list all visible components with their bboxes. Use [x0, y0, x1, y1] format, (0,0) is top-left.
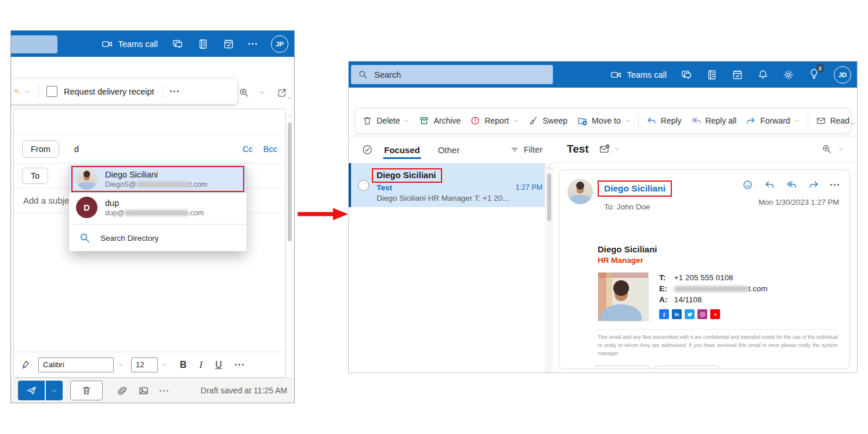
- divider: [638, 113, 639, 128]
- from-button[interactable]: From: [22, 140, 59, 158]
- more-options-icon[interactable]: [248, 43, 257, 45]
- scroll-up-icon[interactable]: [287, 113, 293, 119]
- delete-button[interactable]: Delete: [357, 115, 414, 126]
- notifications-bell-icon[interactable]: [757, 69, 769, 81]
- more-actions-icon[interactable]: [830, 184, 839, 186]
- from-input-value[interactable]: d: [74, 144, 79, 154]
- attach-file-icon[interactable]: [117, 385, 128, 396]
- sweep-broom-icon: [528, 115, 538, 126]
- draft-status: Draft saved at 11:25 AM: [201, 386, 287, 395]
- chevron-down-icon[interactable]: [117, 361, 124, 368]
- reply-button[interactable]: Reply: [595, 366, 650, 369]
- report-button[interactable]: Report: [465, 115, 523, 126]
- search-directory-item[interactable]: Search Directory: [69, 225, 247, 251]
- scrollbar-thumb[interactable]: [547, 173, 551, 221]
- twitter-icon[interactable]: [685, 309, 695, 319]
- formatting-toolbar: Calibri 12 B I U: [14, 352, 285, 377]
- report-warning-icon: [470, 115, 480, 126]
- suggestion-dup[interactable]: D dup dup@.com: [69, 193, 247, 222]
- insert-image-icon[interactable]: [138, 385, 149, 396]
- filter-button[interactable]: Filter: [510, 145, 545, 154]
- avatar[interactable]: JD: [834, 66, 851, 84]
- avatar[interactable]: JP: [271, 35, 288, 53]
- scroll-up-icon[interactable]: [545, 165, 553, 171]
- more-actions-icon[interactable]: [160, 390, 168, 392]
- emoji-reaction-icon[interactable]: [742, 179, 753, 190]
- subject-placeholder: Add a subje: [23, 196, 69, 205]
- select-all-circle-check-icon[interactable]: [361, 144, 373, 155]
- zoom-in-icon[interactable]: [238, 87, 249, 98]
- move-to-button[interactable]: Move to: [572, 115, 635, 126]
- more-options-icon[interactable]: [170, 91, 179, 92]
- compose-scrollbar[interactable]: [287, 113, 293, 367]
- bcc-link[interactable]: Bcc: [263, 144, 277, 154]
- more-formatting-icon[interactable]: [235, 364, 244, 366]
- message-status-control[interactable]: [599, 143, 620, 155]
- chevron-down-icon[interactable]: [258, 89, 266, 96]
- linkedin-icon[interactable]: in: [672, 309, 682, 319]
- suggestion-diego[interactable]: Diego Siciliani DiegoS@t.com: [69, 165, 247, 193]
- category-tag-icon[interactable]: [14, 86, 20, 97]
- send-options-chevron[interactable]: [46, 381, 63, 400]
- teams-call-button[interactable]: Teams call: [610, 69, 667, 81]
- instagram-icon[interactable]: [697, 309, 707, 319]
- mail-sender: Diego Siciliani: [377, 170, 436, 180]
- chevron-down-icon[interactable]: [24, 88, 31, 95]
- chevron-down-icon[interactable]: [161, 361, 168, 368]
- read-unread-button[interactable]: Read / U: [811, 115, 851, 126]
- archive-button[interactable]: Archive: [414, 115, 465, 126]
- mail-list-item[interactable]: Diego Siciliani Test 1:27 PM Diego Sicil…: [349, 163, 553, 207]
- forward-button[interactable]: Forward: [655, 366, 719, 369]
- reply-icon[interactable]: [764, 179, 775, 190]
- notebook-icon[interactable]: [197, 38, 209, 50]
- zoom-in-icon[interactable]: [822, 144, 832, 154]
- mail-command-bar: Delete Archive Report Sweep: [355, 108, 851, 133]
- recipient-suggestions-dropdown: Diego Siciliani DiegoS@t.com D dup dup@.…: [69, 165, 247, 251]
- command-overflow-chevron[interactable]: [849, 120, 856, 127]
- trash-icon: [362, 115, 372, 126]
- scrollbar-thumb[interactable]: [288, 122, 292, 241]
- forward-button[interactable]: Forward: [741, 115, 804, 126]
- discard-button[interactable]: [70, 381, 103, 400]
- collapse-chevron-icon[interactable]: [286, 95, 293, 102]
- teams-call-button[interactable]: Teams call: [102, 38, 158, 50]
- forward-icon: [746, 115, 756, 126]
- sweep-button[interactable]: Sweep: [523, 115, 572, 126]
- blurred-text: [136, 182, 190, 187]
- format-painter-icon[interactable]: [20, 359, 31, 371]
- mail-select-radio[interactable]: [358, 180, 369, 191]
- notebook-icon[interactable]: [706, 69, 718, 81]
- tab-other[interactable]: Other: [437, 138, 461, 162]
- reply-all-icon[interactable]: [786, 179, 797, 190]
- chat-icon[interactable]: [172, 38, 183, 50]
- request-receipt-checkbox[interactable]: [46, 86, 57, 97]
- sender-photo-avatar[interactable]: [567, 179, 593, 204]
- settings-gear-icon[interactable]: [783, 69, 794, 81]
- font-name-select[interactable]: Calibri: [38, 357, 114, 372]
- tab-focused[interactable]: Focused: [383, 138, 421, 162]
- youtube-icon[interactable]: [710, 309, 720, 319]
- calendar-check-icon[interactable]: [732, 69, 743, 81]
- email-label: E:: [659, 284, 672, 293]
- reply-button[interactable]: Reply: [642, 115, 686, 126]
- chevron-down-icon: [50, 387, 58, 395]
- calendar-check-icon[interactable]: [223, 38, 234, 50]
- message-date: Mon 1/30/2023 1:27 PM: [758, 198, 839, 207]
- list-scrollbar[interactable]: [545, 163, 553, 372]
- facebook-icon[interactable]: f: [659, 309, 669, 319]
- search-input[interactable]: Search: [351, 65, 553, 84]
- move-folder-icon: [577, 115, 588, 126]
- chat-icon[interactable]: [681, 69, 692, 81]
- forward-icon[interactable]: [808, 179, 819, 190]
- sender-name-link[interactable]: Diego Siciliani: [604, 183, 666, 193]
- italic-button[interactable]: I: [200, 359, 203, 371]
- bold-button[interactable]: B: [180, 360, 187, 370]
- send-button[interactable]: [18, 381, 45, 400]
- reply-all-button[interactable]: Reply all: [686, 115, 742, 126]
- divider: [598, 329, 838, 330]
- underline-button[interactable]: U: [215, 360, 222, 370]
- to-button[interactable]: To: [22, 168, 48, 184]
- chevron-down-icon[interactable]: [838, 146, 844, 153]
- cc-link[interactable]: Cc: [243, 144, 253, 154]
- font-size-select[interactable]: 12: [131, 357, 158, 372]
